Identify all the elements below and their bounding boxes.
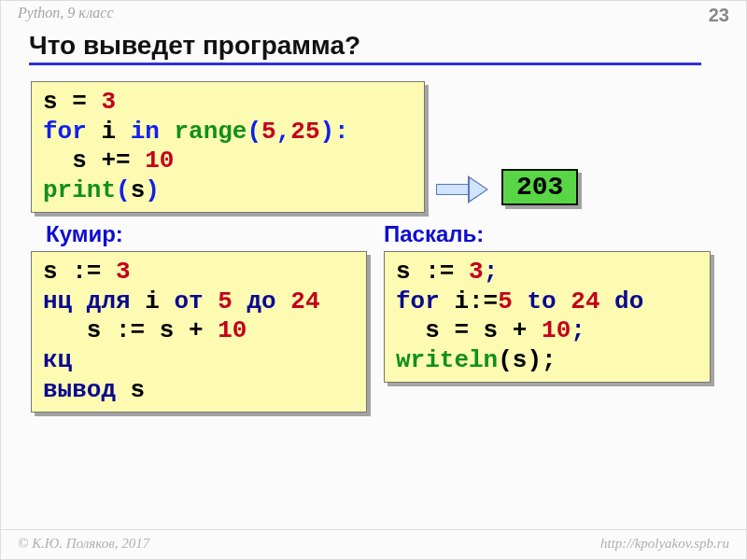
code-text: s = s + bbox=[396, 316, 542, 344]
code-number: 24 bbox=[571, 287, 599, 315]
arrow-icon bbox=[436, 176, 488, 203]
code-number: 5 bbox=[498, 287, 513, 315]
code-func: print bbox=[43, 176, 116, 204]
code-text: s += bbox=[43, 147, 145, 175]
code-number: 3 bbox=[116, 258, 131, 286]
code-text bbox=[513, 287, 528, 315]
code-text: s bbox=[131, 176, 146, 204]
code-func: range bbox=[160, 118, 247, 146]
code-number: 5 bbox=[261, 118, 276, 146]
code-number: 3 bbox=[469, 258, 484, 286]
code-keyword: to bbox=[527, 287, 556, 315]
code-text: i bbox=[87, 118, 131, 146]
code-number: 5 bbox=[218, 287, 233, 315]
course-label: Python, 9 класс bbox=[18, 5, 114, 21]
code-text: s bbox=[116, 376, 145, 404]
kumir-label: Кумир: bbox=[46, 221, 123, 247]
page-number: 23 bbox=[709, 5, 729, 26]
code-keyword: вывод bbox=[43, 376, 116, 404]
code-text: (s); bbox=[498, 346, 556, 374]
code-punct: ( bbox=[247, 118, 261, 146]
pascal-label: Паскаль: bbox=[384, 221, 484, 247]
code-text: s := s + bbox=[43, 316, 218, 344]
code-keyword: до bbox=[247, 287, 275, 315]
code-text bbox=[600, 287, 615, 315]
code-punct: , bbox=[276, 118, 291, 146]
code-keyword: in bbox=[131, 118, 160, 146]
code-number: 25 bbox=[290, 118, 319, 146]
code-text: s := bbox=[396, 258, 469, 286]
code-number: 10 bbox=[145, 147, 174, 175]
copyright-text: © К.Ю. Поляков, 2017 bbox=[18, 536, 149, 552]
pascal-code-box: s := 3; for i:=5 to 24 do s = s + 10; wr… bbox=[384, 251, 711, 383]
code-text bbox=[276, 287, 291, 315]
code-keyword: от bbox=[174, 287, 203, 315]
code-text bbox=[233, 287, 247, 315]
code-punct: ; bbox=[484, 258, 499, 286]
slide-header: Python, 9 класс 23 bbox=[1, 1, 746, 26]
python-code-box: s = 3 for i in range(5,25): s += 10 prin… bbox=[31, 81, 425, 213]
code-text: i bbox=[131, 287, 175, 315]
kumir-code-box: s := 3 нц для i от 5 до 24 s := s + 10 к… bbox=[31, 251, 367, 413]
code-keyword: for bbox=[43, 118, 87, 146]
code-keyword: do bbox=[614, 287, 643, 315]
code-keyword: кц bbox=[43, 346, 72, 374]
code-punct: ; bbox=[571, 316, 585, 344]
code-punct: ( bbox=[116, 176, 131, 204]
slide-title: Что выведет программа? bbox=[29, 31, 701, 65]
result-box: 203 bbox=[501, 169, 578, 205]
footer-url: http://kpolyakov.spb.ru bbox=[600, 536, 729, 552]
code-text: s = bbox=[43, 88, 101, 116]
code-keyword: нц для bbox=[43, 287, 131, 315]
code-punct: ) bbox=[145, 176, 160, 204]
code-text: i:= bbox=[440, 287, 498, 315]
code-keyword: for bbox=[396, 287, 440, 315]
code-number: 10 bbox=[542, 316, 571, 344]
code-text bbox=[557, 287, 571, 315]
code-number: 3 bbox=[101, 88, 116, 116]
code-func: writeln bbox=[396, 346, 498, 374]
code-number: 24 bbox=[290, 287, 319, 315]
code-number: 10 bbox=[218, 316, 247, 344]
code-text: s := bbox=[43, 258, 116, 286]
slide-footer: © К.Ю. Поляков, 2017 http://kpolyakov.sp… bbox=[1, 529, 746, 559]
code-text bbox=[204, 287, 218, 315]
code-punct: ): bbox=[320, 118, 349, 146]
